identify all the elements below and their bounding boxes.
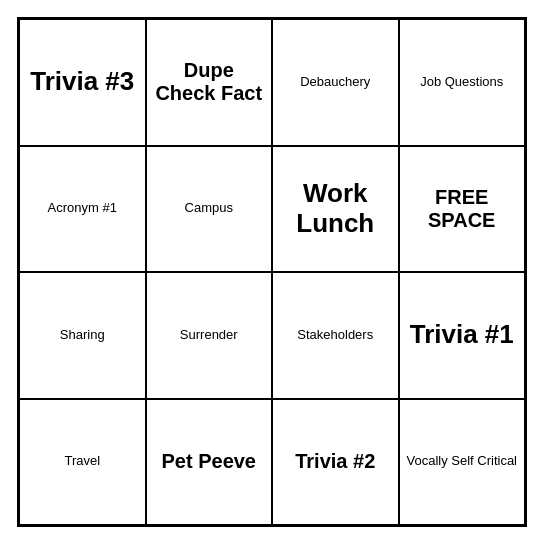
- cell-r3c3: Vocally Self Critical: [399, 399, 526, 526]
- bingo-board: Trivia #3Dupe Check FactDebaucheryJob Qu…: [17, 17, 527, 527]
- cell-text-r1c2: Work Lunch: [279, 179, 392, 239]
- cell-r2c3: Trivia #1: [399, 272, 526, 399]
- cell-text-r3c2: Trivia #2: [295, 450, 375, 473]
- cell-r1c0: Acronym #1: [19, 146, 146, 273]
- cell-r0c1: Dupe Check Fact: [146, 19, 273, 146]
- cell-r1c1: Campus: [146, 146, 273, 273]
- cell-r1c3: FREE SPACE: [399, 146, 526, 273]
- cell-r3c2: Trivia #2: [272, 399, 399, 526]
- cell-text-r2c2: Stakeholders: [297, 328, 373, 343]
- cell-text-r3c1: Pet Peeve: [161, 450, 256, 473]
- cell-text-r0c2: Debauchery: [300, 75, 370, 90]
- cell-r2c1: Surrender: [146, 272, 273, 399]
- cell-r3c1: Pet Peeve: [146, 399, 273, 526]
- cell-r0c3: Job Questions: [399, 19, 526, 146]
- cell-text-r1c1: Campus: [185, 201, 233, 216]
- cell-text-r3c0: Travel: [64, 454, 100, 469]
- cell-text-r2c1: Surrender: [180, 328, 238, 343]
- cell-r0c0: Trivia #3: [19, 19, 146, 146]
- cell-r2c2: Stakeholders: [272, 272, 399, 399]
- cell-text-r0c3: Job Questions: [420, 75, 503, 90]
- cell-r0c2: Debauchery: [272, 19, 399, 146]
- cell-r2c0: Sharing: [19, 272, 146, 399]
- cell-text-r1c3: FREE SPACE: [406, 186, 519, 232]
- cell-text-r2c0: Sharing: [60, 328, 105, 343]
- cell-text-r3c3: Vocally Self Critical: [406, 454, 517, 469]
- cell-text-r2c3: Trivia #1: [410, 320, 514, 350]
- cell-text-r1c0: Acronym #1: [48, 201, 117, 216]
- cell-text-r0c0: Trivia #3: [30, 67, 134, 97]
- cell-r1c2: Work Lunch: [272, 146, 399, 273]
- cell-r3c0: Travel: [19, 399, 146, 526]
- cell-text-r0c1: Dupe Check Fact: [153, 59, 266, 105]
